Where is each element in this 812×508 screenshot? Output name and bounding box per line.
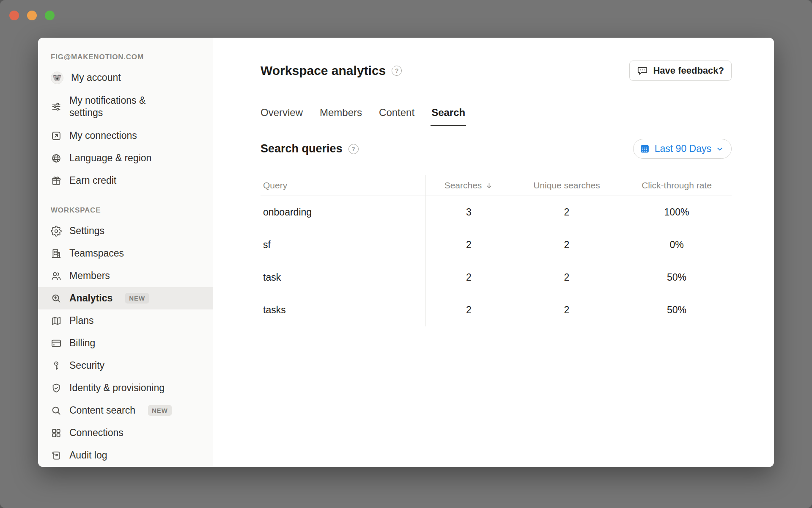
sidebar-item-label: My notifications & settings [69,94,156,119]
shield-check-icon [51,383,62,394]
query-cell: task [261,261,426,294]
sidebar-item-audit-log[interactable]: Audit log [38,444,213,467]
column-header-label: Searches [444,180,482,190]
sidebar-item-analytics[interactable]: Analytics NEW [38,287,213,309]
table-row: task 2 2 50% [261,261,732,294]
unique-searches-cell: 2 [512,196,622,229]
search-queries-table: Query Searches Unique searches Click-thr… [261,175,732,326]
sidebar-item-earn-credit[interactable]: Earn credit [38,169,213,192]
table-row: onboarding 3 2 100% [261,196,732,229]
page-title: Workspace analytics [261,64,386,78]
help-icon[interactable]: ? [392,66,402,76]
sidebar-item-label: Audit log [69,449,107,461]
help-icon[interactable]: ? [348,144,359,154]
feedback-button-label: Have feedback? [653,65,724,76]
gear-icon [51,226,62,237]
click-through-rate-cell: 50% [622,261,732,294]
magnifier-icon [51,405,62,416]
credit-card-icon [51,338,62,349]
click-through-rate-cell: 100% [622,196,732,229]
table-header-row: Query Searches Unique searches Click-thr… [261,175,732,196]
sidebar-item-label: Teamspaces [69,247,124,260]
sidebar-item-label: Identity & provisioning [69,382,165,394]
sidebar-item-label: Earn credit [69,174,116,187]
user-avatar: 🐨 [51,72,63,84]
sidebar-item-billing[interactable]: Billing [38,332,213,354]
unique-searches-cell: 2 [512,229,622,261]
section-title: Search queries [261,142,343,155]
chat-bubble-icon [637,65,648,76]
map-icon [51,315,62,326]
date-range-dropdown[interactable]: Last 90 Days [633,139,732,159]
new-badge: NEW [125,293,149,304]
query-cell: sf [261,229,426,261]
workspace-section-label: WORKSPACE [51,206,213,215]
traffic-lights [9,11,55,20]
account-email-label: FIG@MAKENOTION.COM [51,53,213,61]
sidebar-item-connections[interactable]: Connections [38,422,213,444]
grid-icon [51,428,62,439]
people-icon [51,271,62,282]
column-header-searches[interactable]: Searches [426,175,512,196]
settings-modal: FIG@MAKENOTION.COM 🐨 My account My notif… [38,38,774,467]
sidebar-item-label: My connections [69,130,137,142]
table-row: tasks 2 2 50% [261,294,732,326]
click-through-rate-cell: 50% [622,294,732,326]
searches-cell: 2 [426,261,512,294]
sidebar-item-label: Plans [69,315,94,327]
gift-icon [51,175,62,186]
close-window-button[interactable] [9,11,19,20]
key-icon [51,360,62,371]
calendar-icon [639,144,650,154]
settings-sidebar: FIG@MAKENOTION.COM 🐨 My account My notif… [38,38,213,467]
sidebar-item-label: Billing [69,337,95,349]
sidebar-item-my-account[interactable]: 🐨 My account [38,66,213,89]
sidebar-item-plans[interactable]: Plans [38,309,213,332]
tab-members[interactable]: Members [320,107,362,126]
sidebar-item-label: My account [71,72,121,84]
column-header-click-through-rate[interactable]: Click-through rate [622,175,732,196]
zoom-window-button[interactable] [45,11,55,20]
date-range-label: Last 90 Days [655,143,711,155]
tab-content[interactable]: Content [379,107,414,126]
sidebar-item-content-search[interactable]: Content search NEW [38,399,213,422]
minimize-window-button[interactable] [27,11,37,20]
click-through-rate-cell: 0% [622,229,732,261]
new-badge: NEW [148,405,172,416]
sidebar-item-teamspaces[interactable]: Teamspaces [38,242,213,265]
unique-searches-cell: 2 [512,294,622,326]
sidebar-item-security[interactable]: Security [38,354,213,377]
sidebar-item-label: Language & region [69,152,151,164]
analytics-tabs: Overview Members Content Search [261,93,732,126]
sidebar-item-label: Analytics [69,292,112,304]
tab-overview[interactable]: Overview [261,107,303,126]
sidebar-item-identity-provisioning[interactable]: Identity & provisioning [38,377,213,399]
magnifier-plus-icon [51,293,62,304]
tab-search[interactable]: Search [431,107,465,126]
column-header-query[interactable]: Query [261,175,426,196]
macos-window: FIG@MAKENOTION.COM 🐨 My account My notif… [0,0,812,508]
sidebar-item-members[interactable]: Members [38,265,213,287]
analytics-main-panel: Workspace analytics ? Have feedback? Ove… [213,38,774,467]
chevron-down-icon [716,145,724,153]
sidebar-item-settings[interactable]: Settings [38,220,213,242]
table-row: sf 2 2 0% [261,229,732,261]
scroll-icon [51,450,62,461]
sidebar-item-label: Security [69,359,104,372]
have-feedback-button[interactable]: Have feedback? [629,61,732,81]
unique-searches-cell: 2 [512,261,622,294]
searches-cell: 2 [426,229,512,261]
query-cell: tasks [261,294,426,326]
sidebar-item-label: Connections [69,427,123,439]
arrow-up-right-icon [51,130,62,141]
sidebar-item-my-connections[interactable]: My connections [38,124,213,147]
sidebar-item-language-region[interactable]: Language & region [38,147,213,169]
column-header-unique-searches[interactable]: Unique searches [512,175,622,196]
globe-icon [51,153,62,164]
query-cell: onboarding [261,196,426,229]
building-icon [51,248,62,259]
sidebar-item-my-notifications-settings[interactable]: My notifications & settings [38,89,213,124]
searches-cell: 2 [426,294,512,326]
sort-descending-icon [485,182,493,190]
sidebar-item-label: Settings [69,225,104,237]
